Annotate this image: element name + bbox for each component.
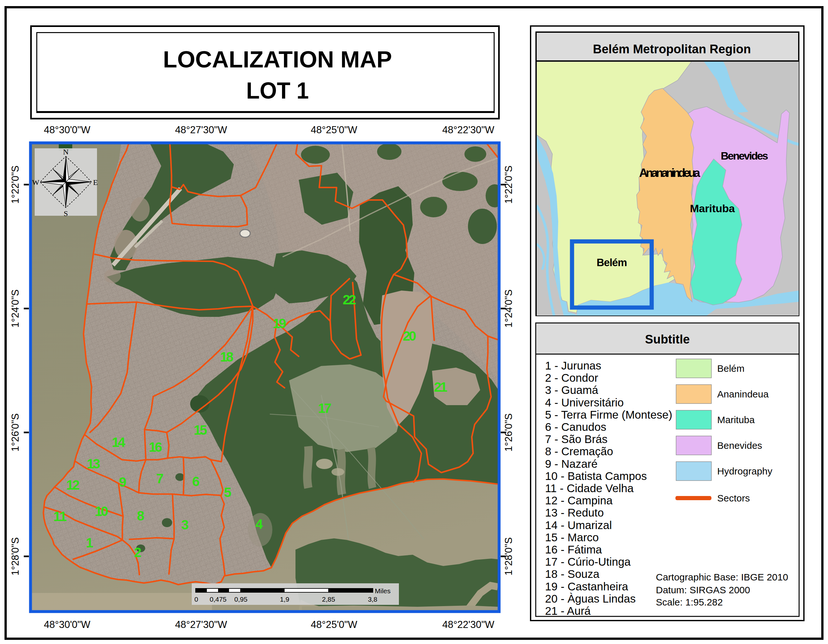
svg-text:3: 3 — [181, 517, 188, 532]
svg-text:6 - Canudos: 6 - Canudos — [545, 421, 606, 433]
svg-text:2: 2 — [134, 545, 141, 560]
svg-text:1 - Jurunas: 1 - Jurunas — [545, 359, 601, 372]
svg-text:1,9: 1,9 — [280, 595, 289, 603]
svg-text:48°22'30"W: 48°22'30"W — [442, 124, 495, 135]
svg-text:E: E — [93, 178, 98, 186]
svg-text:48°27'30"W: 48°27'30"W — [175, 619, 227, 630]
svg-text:22: 22 — [343, 292, 356, 307]
svg-text:Ananindeua: Ananindeua — [717, 389, 768, 400]
svg-text:Subtitle: Subtitle — [645, 332, 690, 346]
svg-text:48°27'30"W: 48°27'30"W — [175, 124, 227, 135]
svg-text:0,95: 0,95 — [234, 595, 248, 603]
svg-text:6: 6 — [192, 474, 199, 489]
svg-text:19 - Castanheira: 19 - Castanheira — [545, 580, 628, 592]
svg-text:11 - Cidade Velha: 11 - Cidade Velha — [545, 482, 634, 494]
svg-text:5: 5 — [224, 485, 231, 500]
svg-text:3,8: 3,8 — [368, 595, 377, 603]
svg-text:17: 17 — [318, 401, 331, 416]
svg-text:12: 12 — [66, 477, 80, 492]
svg-text:Belém Metropolitan Region: Belém Metropolitan Region — [593, 42, 751, 56]
svg-text:3 - Guamá: 3 - Guamá — [545, 384, 598, 396]
svg-text:1°22'0"S: 1°22'0"S — [9, 166, 21, 204]
svg-text:7: 7 — [156, 471, 163, 486]
svg-text:2 - Condor: 2 - Condor — [545, 371, 598, 384]
svg-text:Datum: SIRGAS 2000: Datum: SIRGAS 2000 — [656, 584, 750, 595]
svg-text:16 - Fátima: 16 - Fátima — [545, 543, 602, 556]
svg-text:Marituba: Marituba — [717, 414, 755, 425]
svg-text:12 - Campina: 12 - Campina — [545, 494, 613, 507]
svg-text:Benevides: Benevides — [721, 150, 768, 162]
svg-text:48°22'30"W: 48°22'30"W — [442, 619, 495, 630]
svg-text:48°30'0"W: 48°30'0"W — [44, 124, 91, 135]
svg-text:14: 14 — [112, 435, 125, 450]
svg-text:14 - Umarizal: 14 - Umarizal — [545, 519, 612, 531]
svg-text:Marituba: Marituba — [690, 202, 735, 215]
svg-text:20 - Àguas Lindas: 20 - Àguas Lindas — [545, 592, 636, 605]
svg-text:S: S — [64, 209, 68, 218]
svg-text:Hydrography: Hydrography — [717, 466, 772, 476]
svg-text:19: 19 — [273, 316, 286, 331]
svg-text:Benevides: Benevides — [717, 440, 762, 451]
svg-text:15 - Marco: 15 - Marco — [545, 531, 599, 544]
svg-text:18 - Souza: 18 - Souza — [545, 567, 600, 580]
svg-text:2,85: 2,85 — [322, 595, 335, 603]
svg-text:W: W — [32, 178, 39, 186]
svg-text:13 - Reduto: 13 - Reduto — [545, 506, 604, 519]
svg-text:21: 21 — [434, 379, 447, 395]
svg-text:18: 18 — [220, 349, 234, 364]
svg-text:21 - Aurá: 21 - Aurá — [545, 605, 591, 617]
svg-text:17 - Cúrio-Utinga: 17 - Cúrio-Utinga — [545, 555, 631, 568]
svg-text:9 - Nazaré: 9 - Nazaré — [545, 458, 597, 470]
svg-text:Sectors: Sectors — [717, 493, 750, 503]
svg-text:Cartographic Base: IBGE 2010: Cartographic Base: IBGE 2010 — [656, 572, 788, 582]
svg-text:Miles: Miles — [375, 587, 390, 595]
svg-text:1°26'0"S: 1°26'0"S — [9, 414, 21, 452]
svg-text:4: 4 — [255, 517, 263, 532]
svg-text:LOCALIZATION MAP: LOCALIZATION MAP — [163, 46, 392, 72]
svg-text:8 - Cremação: 8 - Cremação — [545, 445, 613, 458]
svg-text:Scale: 1:95.282: Scale: 1:95.282 — [656, 597, 723, 607]
svg-text:N: N — [63, 148, 68, 156]
svg-text:1: 1 — [86, 535, 93, 550]
svg-text:1°28'0"S: 1°28'0"S — [9, 537, 21, 576]
svg-text:10 - Batista Campos: 10 - Batista Campos — [545, 470, 647, 482]
svg-text:0: 0 — [194, 595, 198, 603]
svg-text:10: 10 — [95, 504, 108, 519]
svg-text:48°30'0"W: 48°30'0"W — [44, 619, 91, 630]
svg-text:5 - Terra Firme (Montese): 5 - Terra Firme (Montese) — [545, 408, 672, 421]
svg-text:Anananindeua: Anananindeua — [639, 166, 700, 179]
svg-text:7 - São Brás: 7 - São Brás — [545, 433, 608, 445]
svg-text:9: 9 — [119, 475, 126, 490]
svg-text:16: 16 — [149, 439, 162, 454]
svg-text:1°24'0"S: 1°24'0"S — [9, 290, 21, 328]
svg-text:20: 20 — [403, 328, 416, 343]
svg-text:Belém: Belém — [597, 257, 627, 268]
svg-text:4 - Universitário: 4 - Universitário — [545, 396, 624, 409]
svg-text:48°25'0"W: 48°25'0"W — [311, 619, 358, 630]
svg-text:11: 11 — [53, 509, 67, 524]
svg-text:48°25'0"W: 48°25'0"W — [311, 124, 358, 135]
svg-text:Belém: Belém — [717, 363, 745, 374]
svg-text:LOT 1: LOT 1 — [246, 77, 309, 103]
svg-text:8: 8 — [137, 508, 144, 523]
svg-text:13: 13 — [87, 456, 100, 471]
svg-text:15: 15 — [194, 423, 207, 437]
svg-text:0,475: 0,475 — [210, 595, 227, 603]
